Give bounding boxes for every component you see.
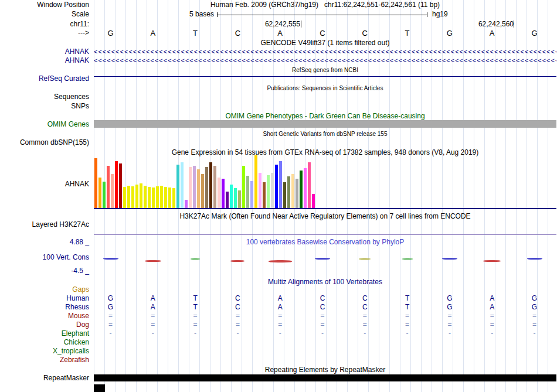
gtex-expression-bar[interactable]	[226, 192, 229, 208]
conservation-mark	[191, 258, 200, 260]
gtex-expression-bar[interactable]	[156, 186, 159, 208]
species-label-rhesus[interactable]: Rhesus	[0, 304, 89, 311]
gene-strand-arrows[interactable]: <<<<<<<<<<<<<<<<<<<<<<<<<<<<<<<<<<<<<<<<…	[94, 57, 556, 64]
species-label-human[interactable]: Human	[0, 295, 89, 302]
alignment-cell: C	[230, 304, 244, 311]
gtex-expression-bar[interactable]	[131, 186, 134, 208]
gtex-expression-bar[interactable]	[201, 174, 204, 208]
alignment-cell: =	[104, 321, 118, 329]
ruler-base: A	[273, 29, 287, 38]
ruler-base: C	[358, 29, 372, 38]
gtex-expression-bar[interactable]	[242, 166, 245, 208]
gtex-expression-bar[interactable]	[259, 173, 261, 208]
gtex-expression-bar[interactable]	[218, 178, 220, 208]
gtex-expression-bar[interactable]	[160, 186, 163, 208]
alignment-cell: G	[104, 295, 118, 302]
gtex-expression-bar[interactable]	[193, 166, 196, 208]
alignment-cell: =	[273, 312, 287, 320]
track-label-h3k27ac[interactable]: Layered H3K27Ac	[0, 221, 89, 229]
gtex-expression-bar[interactable]	[283, 182, 286, 208]
gtex-expression-bar[interactable]	[168, 188, 171, 208]
ruler-tick	[514, 21, 514, 28]
gtex-expression-bar[interactable]	[308, 162, 311, 208]
gtex-expression-bar[interactable]	[312, 194, 315, 208]
repeatmasker-track-bar[interactable]	[94, 374, 556, 381]
gtex-expression-bar[interactable]	[144, 186, 147, 208]
gene-label-ahnak[interactable]: AHNAK	[0, 48, 89, 56]
omim-track-bar[interactable]	[94, 120, 556, 128]
alignment-cell: =	[230, 321, 244, 329]
species-label-chicken[interactable]: Chicken	[0, 339, 89, 346]
gtex-expression-bar[interactable]	[152, 188, 155, 208]
gtex-expression-bar[interactable]	[135, 185, 138, 208]
gtex-expression-bar[interactable]	[234, 188, 237, 208]
conservation-mark	[359, 258, 371, 260]
gtex-expression-bar[interactable]	[99, 178, 101, 208]
gtex-expression-bar[interactable]	[263, 182, 266, 208]
repeat-element-bar[interactable]	[94, 384, 105, 392]
gtex-expression-bar[interactable]	[176, 165, 179, 208]
gtex-expression-bar[interactable]	[300, 171, 303, 208]
gtex-expression-bar[interactable]	[115, 161, 118, 208]
track-label-dbsnp[interactable]: Common dbSNP(155)	[0, 139, 89, 146]
species-label-mouse[interactable]: Mouse	[0, 312, 89, 320]
gtex-expression-bar[interactable]	[238, 190, 241, 208]
gtex-expression-bar[interactable]	[103, 182, 106, 208]
gtex-expression-bar[interactable]	[279, 161, 282, 208]
track-label-omim[interactable]: OMIM Genes	[0, 121, 89, 128]
gtex-expression-bar[interactable]	[222, 179, 225, 208]
gtex-expression-bar[interactable]	[205, 167, 208, 208]
track-label-snps[interactable]: SNPs	[0, 103, 89, 110]
gtex-expression-bar[interactable]	[185, 200, 188, 208]
species-label-elephant[interactable]: Elephant	[0, 330, 89, 338]
species-label-gaps[interactable]: Gaps	[0, 286, 89, 294]
gtex-expression-bar[interactable]	[164, 187, 167, 208]
alignment-cell: A	[485, 295, 499, 302]
dbsnp-caption: Short Genetic Variants from dbSNP releas…	[94, 131, 556, 138]
track-label-conservation[interactable]: 100 Vert. Cons	[0, 254, 89, 261]
species-label-zebrafish[interactable]: Zebrafish	[0, 356, 89, 364]
gtex-expression-bar[interactable]	[275, 165, 278, 208]
gtex-expression-bar[interactable]	[111, 174, 114, 208]
gtex-expression-bar[interactable]	[127, 186, 130, 208]
gtex-expression-bar[interactable]	[291, 174, 294, 208]
gtex-expression-bar[interactable]	[230, 185, 233, 208]
ruler-base: A	[146, 29, 160, 38]
gtex-expression-bar[interactable]	[254, 155, 257, 208]
gtex-expression-bar[interactable]	[123, 187, 126, 208]
gtex-expression-bar[interactable]	[209, 162, 212, 208]
gtex-expression-bar[interactable]	[119, 163, 122, 208]
track-label-gtex-ahnak[interactable]: AHNAK	[0, 180, 89, 188]
track-label-repeatmasker[interactable]: RepeatMasker	[0, 374, 89, 382]
gtex-expression-bar[interactable]	[296, 179, 298, 208]
ruler-base: G	[443, 29, 457, 38]
gtex-expression-bar[interactable]	[304, 168, 307, 208]
gtex-expression-bar[interactable]	[213, 166, 216, 208]
gtex-expression-bar[interactable]	[94, 158, 97, 208]
alignment-cell: A	[146, 304, 160, 311]
gene-label-ahnak[interactable]: AHNAK	[0, 57, 89, 64]
gtex-expression-bar[interactable]	[107, 166, 110, 208]
alignment-cell: =	[443, 312, 457, 320]
gtex-expression-bar[interactable]	[140, 183, 142, 208]
track-label-refseq[interactable]: RefSeq Curated	[0, 75, 89, 83]
species-label-dog[interactable]: Dog	[0, 321, 89, 329]
gtex-expression-bar[interactable]	[172, 188, 175, 208]
gtex-expression-bar[interactable]	[287, 176, 290, 208]
gtex-expression-bar[interactable]	[181, 162, 184, 208]
gtex-expression-bar[interactable]	[267, 175, 270, 208]
conservation-min-value: -4.5 _	[0, 267, 89, 275]
gtex-expression-bar[interactable]	[148, 187, 151, 208]
alignment-cell: =	[146, 312, 160, 320]
species-label-x-tropicalis[interactable]: X_tropicalis	[0, 347, 89, 355]
alignment-cell: A	[273, 304, 287, 311]
gtex-expression-bar[interactable]	[189, 167, 192, 208]
refseq-track-line[interactable]	[94, 76, 556, 77]
gene-strand-arrows[interactable]: <<<<<<<<<<<<<<<<<<<<<<<<<<<<<<<<<<<<<<<<…	[94, 48, 556, 56]
gtex-expression-bar[interactable]	[197, 169, 200, 208]
gtex-expression-bar[interactable]	[250, 181, 253, 208]
gtex-expression-bar[interactable]	[246, 176, 249, 208]
track-label-sequences[interactable]: Sequences	[0, 93, 89, 101]
gtex-expression-bar[interactable]	[271, 173, 274, 208]
conservation-mark	[442, 258, 457, 260]
